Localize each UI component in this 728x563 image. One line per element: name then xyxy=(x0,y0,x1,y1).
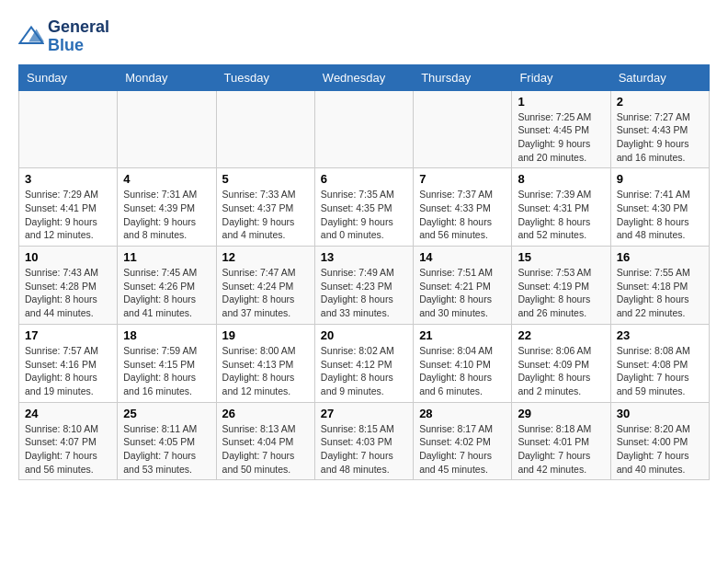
day-number: 10 xyxy=(25,250,111,264)
calendar-cell: 20Sunrise: 8:02 AM Sunset: 4:12 PM Dayli… xyxy=(314,324,413,402)
day-header-saturday: Saturday xyxy=(610,64,709,90)
logo-icon xyxy=(18,24,44,50)
calendar-cell: 6Sunrise: 7:35 AM Sunset: 4:35 PM Daylig… xyxy=(314,168,413,247)
day-number: 23 xyxy=(617,328,703,342)
day-number: 18 xyxy=(123,328,210,342)
day-number: 25 xyxy=(123,407,210,420)
day-number: 21 xyxy=(419,328,506,342)
day-info: Sunrise: 8:10 AM Sunset: 4:07 PM Dayligh… xyxy=(25,422,111,477)
calendar-cell xyxy=(216,90,314,168)
calendar-cell: 29Sunrise: 8:18 AM Sunset: 4:01 PM Dayli… xyxy=(512,402,610,480)
day-number: 22 xyxy=(518,328,604,342)
day-info: Sunrise: 7:35 AM Sunset: 4:35 PM Dayligh… xyxy=(321,188,407,242)
day-number: 4 xyxy=(123,172,210,186)
calendar-cell: 25Sunrise: 8:11 AM Sunset: 4:05 PM Dayli… xyxy=(118,402,216,480)
day-number: 7 xyxy=(419,172,506,186)
day-info: Sunrise: 8:00 AM Sunset: 4:13 PM Dayligh… xyxy=(222,344,309,398)
calendar-cell: 23Sunrise: 8:08 AM Sunset: 4:08 PM Dayli… xyxy=(610,324,709,402)
day-info: Sunrise: 7:59 AM Sunset: 4:15 PM Dayligh… xyxy=(123,344,210,398)
day-info: Sunrise: 8:11 AM Sunset: 4:05 PM Dayligh… xyxy=(123,422,210,477)
day-number: 27 xyxy=(321,407,407,420)
day-info: Sunrise: 7:51 AM Sunset: 4:21 PM Dayligh… xyxy=(419,266,506,320)
calendar-cell xyxy=(19,90,118,168)
day-header-thursday: Thursday xyxy=(414,64,512,90)
calendar-week-3: 10Sunrise: 7:43 AM Sunset: 4:28 PM Dayli… xyxy=(19,247,710,325)
calendar-week-2: 3Sunrise: 7:29 AM Sunset: 4:41 PM Daylig… xyxy=(19,168,710,247)
day-info: Sunrise: 7:43 AM Sunset: 4:28 PM Dayligh… xyxy=(25,266,111,320)
day-info: Sunrise: 7:49 AM Sunset: 4:23 PM Dayligh… xyxy=(321,266,407,320)
day-number: 13 xyxy=(321,250,407,264)
calendar-cell: 10Sunrise: 7:43 AM Sunset: 4:28 PM Dayli… xyxy=(19,247,118,325)
day-number: 3 xyxy=(25,172,111,186)
day-number: 1 xyxy=(518,95,604,109)
calendar-cell: 7Sunrise: 7:37 AM Sunset: 4:33 PM Daylig… xyxy=(414,168,512,247)
day-number: 15 xyxy=(518,250,604,264)
calendar-cell xyxy=(414,90,512,168)
calendar-cell: 13Sunrise: 7:49 AM Sunset: 4:23 PM Dayli… xyxy=(314,247,413,325)
day-info: Sunrise: 8:04 AM Sunset: 4:10 PM Dayligh… xyxy=(419,344,506,398)
calendar-cell: 17Sunrise: 7:57 AM Sunset: 4:16 PM Dayli… xyxy=(19,324,118,402)
calendar-header-row: SundayMondayTuesdayWednesdayThursdayFrid… xyxy=(19,64,710,90)
calendar-cell: 22Sunrise: 8:06 AM Sunset: 4:09 PM Dayli… xyxy=(512,324,610,402)
calendar-table: SundayMondayTuesdayWednesdayThursdayFrid… xyxy=(18,64,710,481)
calendar-cell: 12Sunrise: 7:47 AM Sunset: 4:24 PM Dayli… xyxy=(216,247,314,325)
day-info: Sunrise: 7:29 AM Sunset: 4:41 PM Dayligh… xyxy=(25,188,111,242)
logo: General Blue xyxy=(18,18,109,55)
day-info: Sunrise: 7:41 AM Sunset: 4:30 PM Dayligh… xyxy=(617,188,703,242)
day-info: Sunrise: 7:57 AM Sunset: 4:16 PM Dayligh… xyxy=(25,344,111,398)
calendar-cell: 14Sunrise: 7:51 AM Sunset: 4:21 PM Dayli… xyxy=(414,247,512,325)
page-header: General Blue xyxy=(18,18,710,55)
day-number: 19 xyxy=(222,328,309,342)
day-header-friday: Friday xyxy=(512,64,610,90)
calendar-cell: 15Sunrise: 7:53 AM Sunset: 4:19 PM Dayli… xyxy=(512,247,610,325)
day-info: Sunrise: 7:55 AM Sunset: 4:18 PM Dayligh… xyxy=(617,266,703,320)
day-info: Sunrise: 8:20 AM Sunset: 4:00 PM Dayligh… xyxy=(617,422,703,477)
day-number: 30 xyxy=(617,407,703,420)
day-info: Sunrise: 8:15 AM Sunset: 4:03 PM Dayligh… xyxy=(321,422,407,477)
day-info: Sunrise: 8:17 AM Sunset: 4:02 PM Dayligh… xyxy=(419,422,506,477)
calendar-cell: 26Sunrise: 8:13 AM Sunset: 4:04 PM Dayli… xyxy=(216,402,314,480)
calendar-cell xyxy=(314,90,413,168)
day-number: 28 xyxy=(419,407,506,420)
calendar-cell: 8Sunrise: 7:39 AM Sunset: 4:31 PM Daylig… xyxy=(512,168,610,247)
day-number: 11 xyxy=(123,250,210,264)
day-number: 8 xyxy=(518,172,604,186)
calendar-cell: 24Sunrise: 8:10 AM Sunset: 4:07 PM Dayli… xyxy=(19,402,118,480)
calendar-cell: 16Sunrise: 7:55 AM Sunset: 4:18 PM Dayli… xyxy=(610,247,709,325)
day-number: 12 xyxy=(222,250,309,264)
day-info: Sunrise: 7:37 AM Sunset: 4:33 PM Dayligh… xyxy=(419,188,506,242)
day-number: 24 xyxy=(25,407,111,420)
day-info: Sunrise: 7:53 AM Sunset: 4:19 PM Dayligh… xyxy=(518,266,604,320)
day-info: Sunrise: 8:13 AM Sunset: 4:04 PM Dayligh… xyxy=(222,422,309,477)
day-number: 16 xyxy=(617,250,703,264)
day-header-tuesday: Tuesday xyxy=(216,64,314,90)
day-number: 29 xyxy=(518,407,604,420)
calendar-cell: 27Sunrise: 8:15 AM Sunset: 4:03 PM Dayli… xyxy=(314,402,413,480)
calendar-week-5: 24Sunrise: 8:10 AM Sunset: 4:07 PM Dayli… xyxy=(19,402,710,480)
day-info: Sunrise: 7:33 AM Sunset: 4:37 PM Dayligh… xyxy=(222,188,309,242)
calendar-cell: 21Sunrise: 8:04 AM Sunset: 4:10 PM Dayli… xyxy=(414,324,512,402)
day-info: Sunrise: 8:02 AM Sunset: 4:12 PM Dayligh… xyxy=(321,344,407,398)
day-info: Sunrise: 8:06 AM Sunset: 4:09 PM Dayligh… xyxy=(518,344,604,398)
calendar-cell xyxy=(118,90,216,168)
calendar-cell: 11Sunrise: 7:45 AM Sunset: 4:26 PM Dayli… xyxy=(118,247,216,325)
calendar-cell: 30Sunrise: 8:20 AM Sunset: 4:00 PM Dayli… xyxy=(610,402,709,480)
day-number: 9 xyxy=(617,172,703,186)
calendar-cell: 4Sunrise: 7:31 AM Sunset: 4:39 PM Daylig… xyxy=(118,168,216,247)
day-info: Sunrise: 8:08 AM Sunset: 4:08 PM Dayligh… xyxy=(617,344,703,398)
calendar-cell: 3Sunrise: 7:29 AM Sunset: 4:41 PM Daylig… xyxy=(19,168,118,247)
day-number: 6 xyxy=(321,172,407,186)
calendar-cell: 19Sunrise: 8:00 AM Sunset: 4:13 PM Dayli… xyxy=(216,324,314,402)
calendar-cell: 1Sunrise: 7:25 AM Sunset: 4:45 PM Daylig… xyxy=(512,90,610,168)
day-info: Sunrise: 7:39 AM Sunset: 4:31 PM Dayligh… xyxy=(518,188,604,242)
calendar-cell: 18Sunrise: 7:59 AM Sunset: 4:15 PM Dayli… xyxy=(118,324,216,402)
day-number: 2 xyxy=(617,95,703,109)
day-number: 14 xyxy=(419,250,506,264)
day-info: Sunrise: 7:27 AM Sunset: 4:43 PM Dayligh… xyxy=(617,110,703,165)
day-info: Sunrise: 7:45 AM Sunset: 4:26 PM Dayligh… xyxy=(123,266,210,320)
calendar-week-1: 1Sunrise: 7:25 AM Sunset: 4:45 PM Daylig… xyxy=(19,90,710,168)
day-info: Sunrise: 7:25 AM Sunset: 4:45 PM Dayligh… xyxy=(518,110,604,165)
logo-text: General Blue xyxy=(48,18,109,55)
day-number: 20 xyxy=(321,328,407,342)
day-info: Sunrise: 8:18 AM Sunset: 4:01 PM Dayligh… xyxy=(518,422,604,477)
